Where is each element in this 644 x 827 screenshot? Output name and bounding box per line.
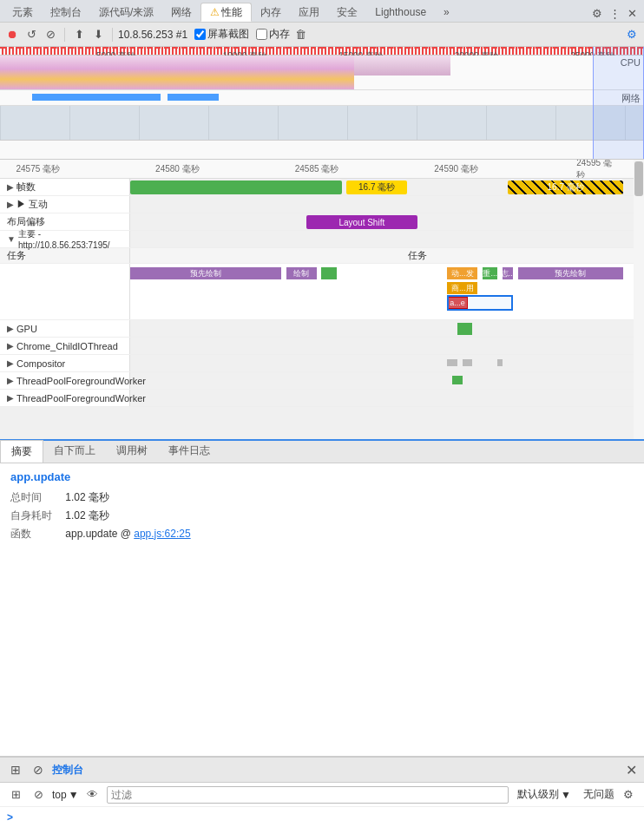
time-tick-5: 24595 毫秒 [576,160,614,179]
tasks-row: 预先绘制 绘制 动...发 重... 志... 预先绘制 商...用 a...e [0,264,634,320]
selection-rect[interactable] [447,295,512,311]
timeline-overview[interactable]: 5000 毫秒 10000 毫秒 15000 毫秒 20000 毫秒 25000… [0,47,644,160]
expand-threadpool1-arrow[interactable]: ▶ [7,376,14,385]
log-level-label: 默认级别 [517,787,559,802]
frames-label-text: 帧数 [16,180,36,194]
tab-network[interactable]: 网络 [162,3,200,22]
tab-application[interactable]: 应用 [290,3,328,22]
expand-frames-arrow[interactable]: ▶ [7,182,14,192]
track-childio-label[interactable]: ▶ Chrome_ChildIOThread [0,338,130,354]
track-frames-label[interactable]: ▶ 帧数 [0,179,130,195]
frame-bar-2: 16.7 毫秒 [346,180,407,194]
reload-icon[interactable]: ↺ [23,26,40,43]
tab-security[interactable]: 安全 [328,3,366,22]
selection-range[interactable] [593,47,644,159]
total-time-row: 总时间 1.02 毫秒 [10,490,634,505]
detail-area: 24575 毫秒 24580 毫秒 24585 毫秒 24590 毫秒 2459… [0,160,644,439]
cpu-overview: CPU [0,56,644,90]
layout-label-text: 布局偏移 [7,215,45,228]
expand-threadpool2-arrow[interactable]: ▶ [7,393,14,403]
settings-icon[interactable]: ⚙ [588,4,606,22]
console-dock-icon[interactable]: ⊞ [7,761,24,778]
console-pause-icon[interactable]: ⊘ [30,786,47,804]
expand-interactions-arrow[interactable]: ▶ [7,200,14,209]
scrollbar-thumb[interactable] [634,161,643,196]
tab-performance[interactable]: ⚠性能 [200,3,252,22]
time-tick-4: 24590 毫秒 [434,163,478,175]
console-input-bar: ⊞ ⊘ top ▼ 👁 默认级别 ▼ 无问题 ⚙ [0,782,644,806]
time-tick-3: 24585 毫秒 [295,163,339,175]
record-icon[interactable]: ⏺ [3,26,21,43]
threadpool1-content [130,372,634,389]
console-settings-icon[interactable]: ⚙ [620,786,637,804]
memory-checkbox[interactable] [256,29,267,40]
total-time-label: 总时间 [10,490,62,505]
console-footer: ⊞ ⊘ 控制台 ✕ [0,756,644,782]
track-compositor-label[interactable]: ▶ Compositor [0,355,130,371]
threadpool2-label-text: ThreadPoolForegroundWorker [16,393,146,404]
track-gpu: ▶ GPU [0,320,634,338]
track-main-label[interactable]: ▼ 主要 - http://10.8.56.253:7195/ [0,231,130,247]
log-level-selector[interactable]: 默认级别 ▼ [517,787,571,802]
tab-calltree[interactable]: 调用树 [106,440,158,463]
time-ruler: 24575 毫秒 24580 毫秒 24585 毫秒 24590 毫秒 2459… [0,160,634,179]
context-dropdown[interactable]: ▼ [69,789,79,801]
function-row: 函数 app.update @ app.js:62:25 [10,527,634,541]
close-devtools-icon[interactable]: ✕ [623,4,641,22]
function-link[interactable]: app.js:62:25 [134,528,190,540]
track-interactions-label[interactable]: ▶ ▶ 互动 [0,196,130,213]
vertical-scrollbar[interactable] [634,160,644,439]
download-icon[interactable]: ⬇ [89,26,107,43]
tab-elements[interactable]: 元素 [3,3,42,22]
url-label: 10.8.56.253 #1 [118,29,187,41]
expand-main-arrow[interactable]: ▼ [7,234,16,244]
track-gpu-label[interactable]: ▶ GPU [0,320,130,337]
memory-label: 内存 [269,27,290,42]
tab-bottomup[interactable]: 自下而上 [43,440,106,463]
screenshot-checkbox-group: 屏幕截图 [194,27,249,42]
task-bar-green1 [321,267,336,279]
console-close-button[interactable]: ✕ [626,762,637,778]
tab-lighthouse[interactable]: Lighthouse [366,3,435,22]
console-filter-input[interactable] [107,786,509,804]
compositor-bar-3 [497,359,503,366]
track-threadpool2-label[interactable]: ▶ ThreadPoolForegroundWorker [0,390,130,406]
tab-eventlog[interactable]: 事件日志 [158,440,220,463]
clear-icon[interactable]: ⊘ [42,26,59,43]
task-bar-event: 动...发 [447,267,477,279]
console-clear-icon[interactable]: ⊘ [30,761,47,778]
tab-more[interactable]: » [435,3,458,22]
track-compositor: ▶ Compositor [0,355,634,372]
track-frames: ▶ 帧数 16.7 毫秒 16.7 毫秒 [0,179,634,196]
function-name: app.update [10,470,634,483]
tab-console[interactable]: 控制台 [42,3,90,22]
more-options-icon[interactable]: ⋮ [606,4,623,22]
perf-settings-icon[interactable]: ⚙ [623,26,641,43]
network-bar-1 [32,94,161,101]
tab-memory[interactable]: 内存 [252,3,290,22]
screenshot-checkbox[interactable] [194,29,206,40]
bottom-content-area: app.update 总时间 1.02 毫秒 自身耗时 1.02 毫秒 函数 a… [0,463,644,757]
tab-summary[interactable]: 摘要 [0,440,43,463]
frame-bar-1 [130,180,342,194]
tab-sources[interactable]: 源代码/来源 [90,3,162,22]
eye-icon[interactable]: 👁 [84,786,102,804]
context-selector[interactable]: top ▼ [52,789,79,801]
tracks-panel: 24575 毫秒 24580 毫秒 24585 毫秒 24590 毫秒 2459… [0,160,634,439]
expand-gpu-arrow[interactable]: ▶ [7,324,14,333]
childio-label-text: Chrome_ChildIOThread [16,341,118,351]
track-threadpool1: ▶ ThreadPoolForegroundWorker [0,372,634,390]
threadpool1-bar [452,376,463,384]
issues-label: 无问题 [583,787,614,802]
upload-icon[interactable]: ⬆ [70,26,88,43]
console-prompt-bar[interactable]: > [0,806,644,827]
trash-icon[interactable]: 🗑 [292,26,309,43]
track-threadpool1-label[interactable]: ▶ ThreadPoolForegroundWorker [0,372,130,389]
track-interactions: ▶ ▶ 互动 [0,196,634,213]
console-context-icon[interactable]: ⊞ [7,786,24,804]
log-level-dropdown[interactable]: ▼ [561,789,571,801]
expand-childio-arrow[interactable]: ▶ [7,341,14,351]
cpu-bar-2 [354,56,450,75]
expand-compositor-arrow[interactable]: ▶ [7,358,14,368]
function-label: 函数 [10,527,62,541]
